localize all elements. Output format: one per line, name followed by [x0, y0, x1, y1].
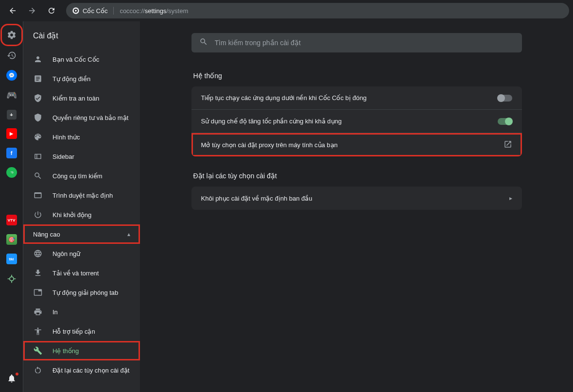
print-icon: [33, 307, 43, 317]
autofill-icon: [33, 74, 43, 84]
back-button[interactable]: [4, 2, 21, 19]
accessibility-icon: [33, 326, 43, 336]
add-icon[interactable]: +: [7, 110, 17, 119]
search-input[interactable]: [215, 39, 514, 47]
toggle-background-apps[interactable]: [498, 95, 512, 102]
chevron-up-icon: ▴: [127, 231, 130, 238]
download-icon: [33, 268, 43, 278]
shield-check-icon: [33, 93, 43, 103]
palette-icon: [33, 132, 43, 142]
nav-language[interactable]: Ngôn ngữ: [23, 244, 140, 263]
browser-toolbar: Cốc Cốc coccoc://settings/system: [0, 0, 573, 21]
address-bar[interactable]: Cốc Cốc coccoc://settings/system: [66, 3, 569, 18]
system-section-title: Hệ thống: [191, 72, 522, 80]
shield-icon: [33, 113, 43, 122]
forward-button[interactable]: [23, 2, 41, 19]
chevron-right-icon: ▸: [509, 195, 512, 202]
sidebar-icon: [33, 152, 43, 161]
spotify-icon[interactable]: [6, 167, 17, 178]
search-icon: [199, 37, 208, 48]
nav-appearance[interactable]: Hình thức: [23, 127, 140, 147]
settings-sidebar: Cài đặt Bạn và Cốc Cốc Tự động điền Kiểm…: [23, 21, 140, 392]
url-text: coccoc://settings/system: [120, 7, 188, 15]
nav-search[interactable]: Công cụ tìm kiếm: [23, 166, 140, 186]
bell-icon[interactable]: [6, 373, 17, 384]
facebook-icon[interactable]: f: [6, 148, 17, 158]
messenger-icon[interactable]: [6, 70, 17, 81]
game-icon[interactable]: 🎯: [6, 234, 17, 245]
open-external-icon: [504, 140, 512, 150]
settings-content: Hệ thống Tiếp tục chạy các ứng dụng dưới…: [140, 21, 573, 392]
coccoc-logo-icon: [72, 7, 80, 15]
nav-reset[interactable]: Đặt lại các tùy chọn cài đặt: [23, 360, 140, 380]
tool-icon[interactable]: [6, 273, 17, 285]
person-icon: [33, 54, 43, 64]
globe-icon: [33, 249, 43, 258]
browser-name: Cốc Cốc: [83, 7, 107, 15]
row-proxy-settings[interactable]: Mở tùy chọn cài đặt proxy trên máy tính …: [191, 133, 522, 156]
restore-icon: [33, 365, 43, 375]
nav-downloads[interactable]: Tải về và torrent: [23, 263, 140, 283]
search-icon: [33, 171, 43, 181]
youtube-icon[interactable]: ▶: [6, 128, 17, 139]
nav-sidebar[interactable]: Sidebar: [23, 147, 140, 166]
settings-title: Cài đặt: [23, 21, 140, 50]
game-controller-icon[interactable]: 🎮: [6, 89, 17, 101]
reset-section-title: Đặt lại các tùy chọn cài đặt: [191, 172, 522, 180]
nav-you-and-coccoc[interactable]: Bạn và Cốc Cốc: [23, 50, 140, 69]
nav-print[interactable]: In: [23, 302, 140, 322]
nav-system[interactable]: Hệ thống: [23, 341, 140, 360]
nav-accessibility[interactable]: Hỗ trợ tiếp cận: [23, 322, 140, 341]
nav-safety[interactable]: Kiểm tra an toàn: [23, 88, 140, 108]
nav-tab-freeing[interactable]: Tự động giải phóng tab: [23, 283, 140, 302]
power-icon: [33, 210, 43, 220]
row-restore-defaults[interactable]: Khôi phục cài đặt về mặc định ban đầu ▸: [191, 187, 522, 210]
nav-privacy[interactable]: Quyền riêng tư và bảo mật: [23, 108, 140, 127]
vtv-icon[interactable]: VTV: [6, 215, 17, 225]
gear-icon[interactable]: [6, 29, 17, 41]
nav-autofill[interactable]: Tự động điền: [23, 69, 140, 88]
tab-icon: [33, 288, 43, 297]
reload-button[interactable]: [43, 2, 60, 19]
tiki-icon[interactable]: tiki: [6, 254, 17, 264]
browser-icon: [33, 190, 43, 200]
row-background-apps[interactable]: Tiếp tục chạy các ứng dụng dưới nền khi …: [191, 86, 522, 110]
svg-point-2: [75, 10, 77, 12]
toggle-hw-accel[interactable]: [498, 118, 512, 125]
wrench-icon: [33, 346, 43, 356]
history-icon[interactable]: [6, 50, 17, 61]
nav-advanced-section[interactable]: Nâng cao ▴: [23, 224, 140, 244]
row-hw-accel[interactable]: Sử dụng chế độ tăng tốc phần cứng khi kh…: [191, 110, 522, 133]
nav-startup[interactable]: Khi khởi động: [23, 205, 140, 224]
svg-point-3: [9, 277, 13, 281]
settings-search[interactable]: [191, 33, 522, 52]
nav-default-browser[interactable]: Trình duyệt mặc định: [23, 186, 140, 205]
vertical-sidebar: 🎮 + ▶ f VTV 🎯 tiki: [0, 21, 23, 392]
